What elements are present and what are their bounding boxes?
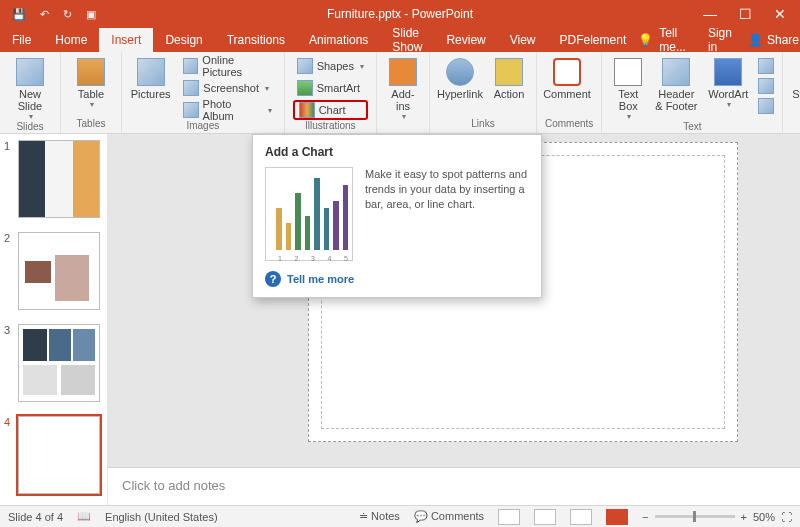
notes-pane[interactable]: Click to add notes (108, 467, 800, 505)
photo-album-icon (183, 102, 198, 118)
smartart-button[interactable]: SmartArt (293, 78, 368, 98)
tab-pdfelement[interactable]: PDFelement (548, 28, 639, 52)
chevron-down-icon: ▾ (29, 112, 33, 121)
header-footer-button[interactable]: Header & Footer (654, 56, 698, 112)
tell-me[interactable]: Tell me... (659, 26, 690, 54)
ribbon-tabs: File Home Insert Design Transitions Anim… (0, 28, 800, 52)
tab-design[interactable]: Design (153, 28, 214, 52)
tab-insert[interactable]: Insert (99, 28, 153, 52)
tab-slide-show[interactable]: Slide Show (380, 28, 434, 52)
language-indicator[interactable]: English (United States) (105, 511, 218, 523)
undo-icon[interactable]: ↶ (40, 8, 49, 21)
normal-view-icon[interactable] (498, 509, 520, 525)
zoom-percent[interactable]: 50% (753, 511, 775, 523)
fit-to-window-icon[interactable]: ⛶ (781, 511, 792, 523)
chevron-down-icon: ▾ (90, 100, 94, 109)
pictures-button[interactable]: Pictures (130, 56, 171, 100)
notes-toggle[interactable]: ≐ Notes (359, 510, 400, 523)
new-slide-button[interactable]: New Slide ▾ (8, 56, 52, 121)
window-controls: — ☐ ✕ (703, 6, 800, 22)
shapes-button[interactable]: Shapes▾ (293, 56, 368, 76)
tab-animations[interactable]: Animations (297, 28, 380, 52)
comments-toggle[interactable]: 💬 Comments (414, 510, 484, 523)
slide-thumbnail[interactable]: 4 (4, 416, 103, 494)
start-from-beginning-icon[interactable]: ▣ (86, 8, 96, 21)
screenshot-icon (183, 80, 199, 96)
hyperlink-button[interactable]: Hyperlink (438, 56, 482, 100)
redo-icon[interactable]: ↻ (63, 8, 72, 21)
comment-button[interactable]: Comment (545, 56, 589, 100)
spell-check-icon[interactable]: 📖 (77, 510, 91, 523)
tab-transitions[interactable]: Transitions (215, 28, 297, 52)
smartart-icon (297, 80, 313, 96)
quick-access-toolbar: 💾 ↶ ↻ ▣ (0, 8, 96, 21)
table-button[interactable]: Table ▾ (69, 56, 113, 109)
slide-thumbnail[interactable]: 3 (4, 324, 103, 402)
date-time-icon[interactable] (758, 58, 774, 74)
group-comments: Comment Comments (537, 52, 602, 133)
reading-view-icon[interactable] (570, 509, 592, 525)
online-pictures-icon (183, 58, 198, 74)
tell-me-more-link[interactable]: ? Tell me more (265, 271, 529, 287)
zoom-out-button[interactable]: − (642, 511, 648, 523)
tab-view[interactable]: View (498, 28, 548, 52)
tooltip-chart-preview: 12345 (265, 167, 353, 261)
tab-file[interactable]: File (0, 28, 43, 52)
chart-icon (299, 102, 315, 118)
screenshot-button[interactable]: Screenshot▾ (179, 78, 275, 98)
group-tables: Table ▾ Tables (61, 52, 122, 133)
wordart-button[interactable]: WordArt ▾ (706, 56, 750, 109)
object-icon[interactable] (758, 98, 774, 114)
addins-button[interactable]: Add- ins ▾ (385, 56, 421, 121)
tab-review[interactable]: Review (434, 28, 497, 52)
ribbon: New Slide ▾ Slides Table ▾ Tables Pictur… (0, 52, 800, 134)
tell-me-icon[interactable]: 💡 (638, 33, 653, 47)
zoom-slider[interactable] (655, 515, 735, 518)
slide-sorter-view-icon[interactable] (534, 509, 556, 525)
help-icon: ? (265, 271, 281, 287)
status-bar: Slide 4 of 4 📖 English (United States) ≐… (0, 505, 800, 527)
online-pictures-button[interactable]: Online Pictures (179, 56, 275, 76)
group-images: Pictures Online Pictures Screenshot▾ Pho… (122, 52, 285, 133)
maximize-icon[interactable]: ☐ (739, 6, 752, 22)
group-slides: New Slide ▾ Slides (0, 52, 61, 133)
share-icon: 👤 (748, 33, 763, 47)
symbols-button[interactable]: Ω Symbols ▾ (791, 56, 800, 109)
tab-home[interactable]: Home (43, 28, 99, 52)
group-symbols: Ω Symbols ▾ (783, 52, 800, 133)
slide-thumbnails-pane: 1 2 3 4 (0, 134, 108, 505)
sign-in[interactable]: Sign in (708, 26, 732, 54)
group-addins: Add- ins ▾ (377, 52, 430, 133)
group-links: Hyperlink Action Links (430, 52, 537, 133)
slide-thumbnail[interactable]: 2 (4, 232, 103, 310)
chart-button[interactable]: Chart (293, 100, 368, 120)
slide-number-icon[interactable] (758, 78, 774, 94)
shapes-icon (297, 58, 313, 74)
slideshow-view-icon[interactable] (606, 509, 628, 525)
minimize-icon[interactable]: — (703, 6, 717, 22)
action-button[interactable]: Action (490, 56, 528, 100)
tooltip-description: Make it easy to spot patterns and trends… (365, 167, 529, 261)
slide-counter: Slide 4 of 4 (8, 511, 63, 523)
zoom-control: − + 50% ⛶ (642, 511, 792, 523)
photo-album-button[interactable]: Photo Album▾ (179, 100, 275, 120)
chart-tooltip: Add a Chart 12345 Make it easy to spot p… (252, 134, 542, 298)
zoom-in-button[interactable]: + (741, 511, 747, 523)
tooltip-title: Add a Chart (265, 145, 529, 159)
group-illustrations: Shapes▾ SmartArt Chart Illustrations (285, 52, 377, 133)
save-icon[interactable]: 💾 (12, 8, 26, 21)
slide-thumbnail[interactable]: 1 (4, 140, 103, 218)
share-button[interactable]: 👤 Share (748, 33, 799, 47)
group-text: Text Box ▾ Header & Footer WordArt ▾ Tex… (602, 52, 783, 133)
close-icon[interactable]: ✕ (774, 6, 786, 22)
window-title: Furniture.pptx - PowerPoint (327, 7, 473, 21)
title-bar: 💾 ↶ ↻ ▣ Furniture.pptx - PowerPoint — ☐ … (0, 0, 800, 28)
text-box-button[interactable]: Text Box ▾ (610, 56, 646, 121)
